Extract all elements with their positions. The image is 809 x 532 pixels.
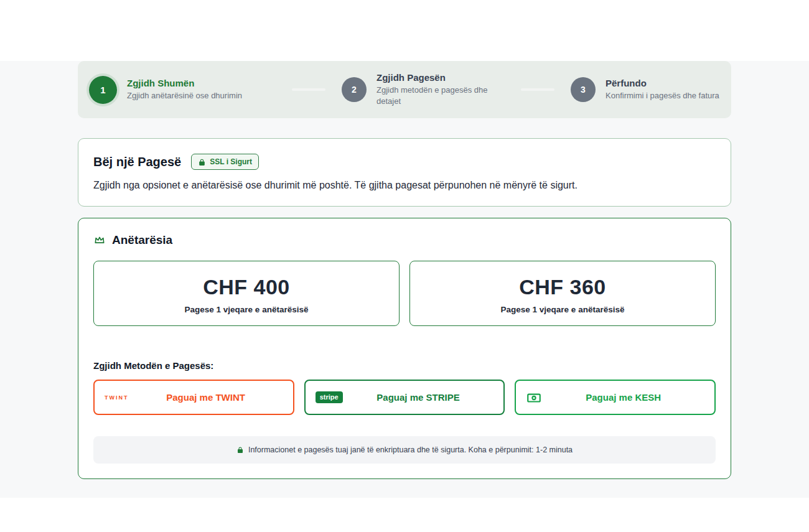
step-subtitle: Zgjidh anëtarësinë ose dhurimin (127, 90, 242, 101)
crown-icon (93, 234, 106, 246)
top-whitespace (0, 0, 809, 61)
content-container: 1 Zgjidh Shumën Zgjidh anëtarësinë ose d… (78, 61, 731, 479)
progress-stepper: 1 Zgjidh Shumën Zgjidh anëtarësinë ose d… (78, 61, 731, 118)
step-number-badge: 1 (89, 76, 117, 104)
pay-twint-button[interactable]: TWINT Paguaj me TWINT (93, 380, 294, 415)
amount-option-chf-360[interactable]: CHF 360 Pagese 1 vjeqare e anëtarësisë (409, 261, 716, 326)
amount-value: CHF 360 (420, 275, 705, 299)
membership-section-title: Anëtarësia (112, 233, 172, 247)
page-title: Bëj një Pagesë (93, 155, 181, 169)
step-number-badge: 3 (571, 77, 596, 102)
payment-methods: TWINT Paguaj me TWINT stripe Paguaj me S… (93, 380, 716, 415)
pay-stripe-button[interactable]: stripe Paguaj me STRIPE (304, 380, 505, 415)
pay-kesh-label: Paguaj me KESH (542, 392, 704, 403)
amount-option-chf-400[interactable]: CHF 400 Pagese 1 vjeqare e anëtarësisë (93, 261, 400, 326)
step-subtitle: Zgjidh metodën e pagesës dhe detajet (376, 85, 489, 106)
payment-page: 1 Zgjidh Shumën Zgjidh anëtarësinë ose d… (0, 0, 809, 532)
step-subtitle: Konfirmimi i pagesës dhe fatura (606, 90, 719, 101)
amount-description: Pagese 1 vjeqare e anëtarësisë (104, 305, 389, 314)
step-number-badge: 2 (342, 77, 367, 102)
lock-icon (236, 446, 244, 454)
security-note-text: Informacionet e pagesës tuaj janë të enk… (248, 446, 573, 454)
security-note-bar: Informacionet e pagesës tuaj janë të enk… (93, 436, 716, 464)
amount-value: CHF 400 (104, 275, 389, 299)
membership-card: Anëtarësia CHF 400 Pagese 1 vjeqare e an… (78, 218, 731, 479)
banknote-icon (526, 390, 542, 406)
pay-stripe-label: Paguaj me STRIPE (343, 392, 494, 403)
step-finish: 3 Përfundo Konfirmimi i pagesës dhe fatu… (571, 77, 720, 102)
content-band: 1 Zgjidh Shumën Zgjidh anëtarësinë ose d… (0, 61, 809, 498)
step-connector (521, 88, 554, 91)
lock-icon (198, 158, 206, 166)
ssl-badge-label: SSL i Sigurt (210, 157, 252, 166)
ssl-badge: SSL i Sigurt (191, 154, 259, 170)
stripe-logo: stripe (316, 391, 343, 403)
step-title: Zgjidh Shumën (127, 78, 242, 88)
payment-method-label: Zgjidh Metodën e Pagesës: (93, 360, 716, 371)
step-title: Përfundo (606, 78, 719, 88)
step-choose-payment: 2 Zgjidh Pagesën Zgjidh metodën e pagesë… (342, 72, 505, 106)
amount-options: CHF 400 Pagese 1 vjeqare e anëtarësisë C… (93, 261, 716, 326)
step-connector (292, 88, 325, 91)
twint-logo: TWINT (105, 394, 129, 401)
make-payment-card: Bëj një Pagesë SSL i Sigurt Zgjidh nga o… (78, 138, 731, 207)
step-title: Zgjidh Pagesën (376, 72, 489, 83)
pay-twint-label: Paguaj me TWINT (129, 392, 283, 403)
step-choose-amount: 1 Zgjidh Shumën Zgjidh anëtarësinë ose d… (89, 76, 276, 104)
pay-kesh-button[interactable]: Paguaj me KESH (515, 380, 716, 415)
amount-description: Pagese 1 vjeqare e anëtarësisë (420, 305, 705, 314)
intro-description: Zgjidh nga opsionet e anëtarësisë ose dh… (93, 180, 716, 191)
